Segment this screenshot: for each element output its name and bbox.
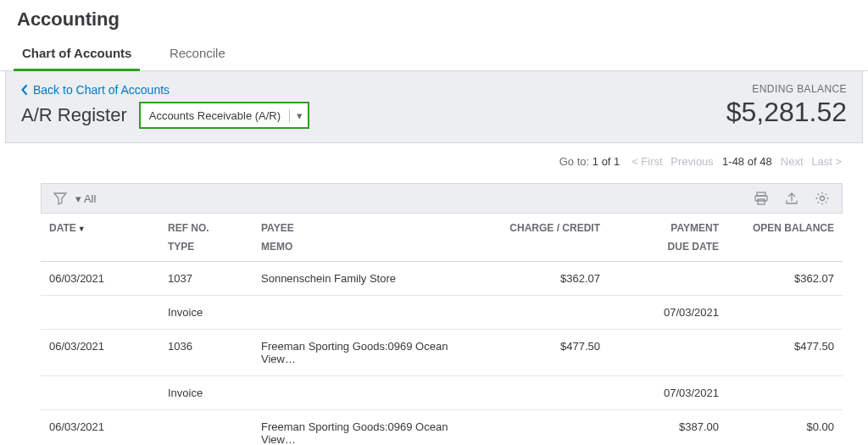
export-icon[interactable] [784,191,799,206]
cell-memo [253,376,490,410]
account-select[interactable]: Accounts Receivable (A/R) ▾ [139,102,309,129]
col-charge[interactable]: CHARGE / CREDIT [490,214,609,262]
cell-ref: 1036 [159,330,253,376]
cell-payment: $387.00 [609,410,727,446]
pager-range: 1-48 of 48 [722,155,772,168]
cell-ref [159,410,253,446]
table-row[interactable]: 06/03/20211037Sonnenschein Family Store$… [41,262,843,296]
cell-payment [609,262,727,296]
table-row[interactable]: Invoice07/03/2021 [41,376,843,410]
pager-first[interactable]: < First [632,155,662,168]
cell-open: $477.50 [727,330,843,376]
ending-balance-label: ENDING BALANCE [726,83,847,95]
goto-page-input[interactable]: 1 [593,155,598,168]
table-toolbar: ▾ All [41,183,843,213]
cell-ref: 1037 [159,262,253,296]
table-row[interactable]: 06/03/2021Freeman Sporting Goods:0969 Oc… [41,410,843,446]
col-payment[interactable]: PAYMENTDUE DATE [609,214,727,262]
pager-next[interactable]: Next [781,155,804,168]
table-row[interactable]: Invoice07/03/2021 [41,296,843,330]
cell-due: 07/03/2021 [609,296,727,330]
tab-bar: Chart of Accounts Reconcile [0,37,868,71]
cell-payee: Sonnenschein Family Store [253,262,490,296]
cell-charge: $477.50 [490,330,609,376]
page-title: Accounting [0,0,868,37]
back-to-chart-link[interactable]: Back to Chart of Accounts [21,83,309,97]
cell-open: $362.07 [727,262,843,296]
account-select-value: Accounts Receivable (A/R) [149,109,281,122]
goto-of: of 1 [602,155,620,168]
pager-prev[interactable]: Previous [670,155,714,168]
gear-icon[interactable] [815,191,830,206]
register-title: A/R Register [21,104,127,126]
register-table: DATE▼ REF NO.TYPE PAYEEMEMO CHARGE / CRE… [41,213,843,445]
pager: Go to: 1 of 1 < First Previous 1-48 of 4… [0,143,868,176]
chevron-left-icon [21,85,28,95]
table-row[interactable]: 06/03/20211036Freeman Sporting Goods:096… [41,330,843,376]
cell-date: 06/03/2021 [41,410,159,446]
cell-charge [490,410,609,446]
filter-label: All [84,192,96,205]
cell-date: 06/03/2021 [41,330,159,376]
goto-label: Go to: [559,155,589,168]
cell-date: 06/03/2021 [41,262,159,296]
col-date[interactable]: DATE▼ [41,214,159,262]
tab-chart-of-accounts[interactable]: Chart of Accounts [17,37,136,70]
register-panel: Back to Chart of Accounts A/R Register A… [5,71,863,143]
cell-payment [609,330,727,376]
filter-dropdown[interactable]: ▾ All [75,192,96,205]
svg-rect-1 [755,196,767,201]
cell-payee: Freeman Sporting Goods:0969 Ocean View… [253,330,490,376]
col-open[interactable]: OPEN BALANCE [727,214,843,262]
ending-balance-value: $5,281.52 [726,97,847,128]
tab-reconcile[interactable]: Reconcile [164,37,231,70]
svg-point-3 [821,197,825,201]
cell-charge: $362.07 [490,262,609,296]
cell-type: Invoice [159,296,253,330]
cell-due: 07/03/2021 [609,376,727,410]
back-link-label: Back to Chart of Accounts [33,83,170,97]
col-ref[interactable]: REF NO.TYPE [159,214,253,262]
cell-memo [253,296,490,330]
svg-rect-2 [758,199,765,204]
print-icon[interactable] [754,191,769,206]
cell-payee: Freeman Sporting Goods:0969 Ocean View… [253,410,490,446]
col-payee[interactable]: PAYEEMEMO [253,214,490,262]
cell-open: $0.00 [727,410,843,446]
cell-type: Invoice [159,376,253,410]
sort-desc-icon: ▼ [78,225,86,233]
chevron-down-icon: ▾ [289,109,303,122]
filter-icon[interactable] [53,192,67,205]
pager-last[interactable]: Last > [811,155,842,168]
